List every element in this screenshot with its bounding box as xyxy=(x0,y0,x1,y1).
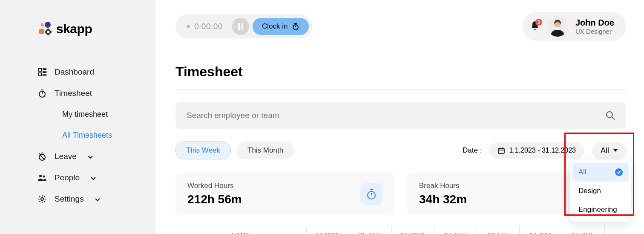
search-bar[interactable] xyxy=(175,102,626,129)
timer-value: 0:00:00 xyxy=(194,22,223,31)
chevron-down-icon xyxy=(91,173,96,182)
sidebar-item-timesheet[interactable]: Timesheet xyxy=(0,84,155,103)
sidebar-item-settings[interactable]: Settings xyxy=(0,189,155,209)
search-input[interactable] xyxy=(187,111,606,120)
svg-rect-10 xyxy=(38,73,41,76)
table-header-name: NAME xyxy=(175,226,307,234)
svg-rect-18 xyxy=(242,23,243,30)
dropdown-option-design[interactable]: Design xyxy=(572,182,629,200)
stat-label: Worked Hours xyxy=(187,182,242,190)
svg-rect-1 xyxy=(39,29,44,34)
user-info: John Doe UX Designer xyxy=(575,18,614,35)
sidebar-item-label: Settings xyxy=(55,194,84,204)
logo: skapp xyxy=(37,21,155,37)
timer-widget: 0:00:00 Clock in xyxy=(175,14,312,38)
sidebar-item-label: Timesheet xyxy=(55,89,92,98)
sidebar-item-label: All Timesheets xyxy=(62,131,112,140)
topbar: 0:00:00 Clock in xyxy=(175,12,626,41)
gear-icon xyxy=(37,194,47,204)
svg-point-22 xyxy=(607,112,612,118)
sidebar-item-label: Dashboard xyxy=(55,67,94,77)
people-icon xyxy=(37,173,47,182)
team-dropdown: All Design Engineering xyxy=(570,160,631,222)
table-header-day: 04 MON xyxy=(307,226,349,234)
this-week-button[interactable]: This Week xyxy=(175,142,231,159)
worked-hours-card: Worked Hours 212h 56m xyxy=(175,173,394,215)
svg-point-0 xyxy=(45,22,51,28)
dashboard-icon xyxy=(37,67,47,77)
svg-rect-23 xyxy=(498,148,504,153)
sidebar-item-all-timesheets[interactable]: All Timesheets xyxy=(0,126,155,145)
logo-icon xyxy=(37,21,53,37)
stats-row: Worked Hours 212h 56m Break Hours 34h 32… xyxy=(175,173,626,215)
date-label: Date : xyxy=(463,146,482,155)
date-range-button[interactable]: 1.1.2023 - 31.12.2023 xyxy=(489,142,584,159)
team-filter-value: All xyxy=(601,146,609,155)
avatar[interactable] xyxy=(547,16,568,37)
this-month-button[interactable]: This Month xyxy=(237,142,294,159)
sidebar-item-label: People xyxy=(55,173,80,182)
table-header-day: 05 TUE xyxy=(349,226,392,234)
chevron-down-icon xyxy=(88,152,93,161)
dropdown-option-engineering[interactable]: Engineering xyxy=(572,200,629,219)
user-widget: 3 John Doe UX Designer xyxy=(523,12,626,41)
period-group: This Week This Month xyxy=(175,142,294,159)
table-header-day: 11 SAT xyxy=(520,226,562,234)
sidebar-item-leave[interactable]: Leave xyxy=(0,147,155,166)
team-filter-button[interactable]: All xyxy=(592,142,626,159)
search-icon xyxy=(606,111,615,120)
svg-rect-4 xyxy=(45,32,46,33)
svg-point-15 xyxy=(43,176,45,178)
svg-rect-6 xyxy=(48,34,49,35)
dropdown-option-all[interactable]: All xyxy=(572,163,629,182)
dropdown-option-label: Engineering xyxy=(578,205,617,214)
sidebar-item-my-timesheet[interactable]: My timesheet xyxy=(0,105,155,124)
stopwatch-icon xyxy=(292,23,299,30)
sidebar-item-label: My timesheet xyxy=(62,110,108,119)
sidebar-item-people[interactable]: People xyxy=(0,168,155,188)
clock-in-label: Clock in xyxy=(262,22,288,31)
sidebar-item-dashboard[interactable]: Dashboard xyxy=(0,62,155,82)
svg-rect-17 xyxy=(238,23,240,30)
svg-rect-8 xyxy=(43,68,46,69)
table-header-day: 10 FRI xyxy=(477,226,520,234)
stat-value: 34h 32m xyxy=(419,193,467,206)
svg-rect-5 xyxy=(50,32,52,33)
leave-icon xyxy=(37,152,47,161)
stat-value: 212h 56m xyxy=(187,193,242,206)
table-header: NAME 04 MON 05 TUE 06 WED 07 THU 10 FRI … xyxy=(175,226,626,234)
main-content: 0:00:00 Clock in xyxy=(155,0,644,234)
notifications-button[interactable]: 3 xyxy=(530,20,540,32)
timer-display: 0:00:00 xyxy=(179,22,229,31)
record-dot-icon xyxy=(187,25,190,28)
caret-down-icon xyxy=(613,149,618,152)
pause-icon xyxy=(238,23,244,30)
stat-label: Break Hours xyxy=(419,182,467,190)
filters-row: This Week This Month Date : 1.1.2023 - 3… xyxy=(175,142,626,159)
user-role: UX Designer xyxy=(575,28,614,35)
date-group: Date : 1.1.2023 - 31.12.2023 All xyxy=(463,142,626,159)
page-title: Timesheet xyxy=(175,64,626,80)
svg-point-14 xyxy=(39,175,42,177)
notification-badge: 3 xyxy=(535,19,542,26)
date-range-value: 1.1.2023 - 31.12.2023 xyxy=(509,147,576,154)
calendar-icon xyxy=(498,147,505,154)
table-header-day: 12 SUN xyxy=(562,226,605,234)
dropdown-option-label: All xyxy=(578,168,586,176)
svg-point-2 xyxy=(46,30,50,34)
svg-rect-11 xyxy=(43,74,46,76)
user-name: John Doe xyxy=(575,18,614,28)
svg-point-16 xyxy=(41,198,43,200)
table-header-day: 06 WED xyxy=(392,226,434,234)
chevron-down-icon xyxy=(95,194,100,204)
clock-in-button[interactable]: Clock in xyxy=(253,18,309,35)
svg-rect-7 xyxy=(38,68,41,71)
svg-rect-3 xyxy=(48,29,49,30)
sidebar-item-label: Leave xyxy=(55,152,77,161)
nav: Dashboard Timesheet My timesheet All Tim… xyxy=(0,62,155,209)
pause-button[interactable] xyxy=(232,18,249,35)
logo-text: skapp xyxy=(56,22,92,36)
stopwatch-icon xyxy=(366,188,377,199)
dropdown-option-label: Design xyxy=(578,187,601,195)
stopwatch-icon xyxy=(37,89,47,98)
